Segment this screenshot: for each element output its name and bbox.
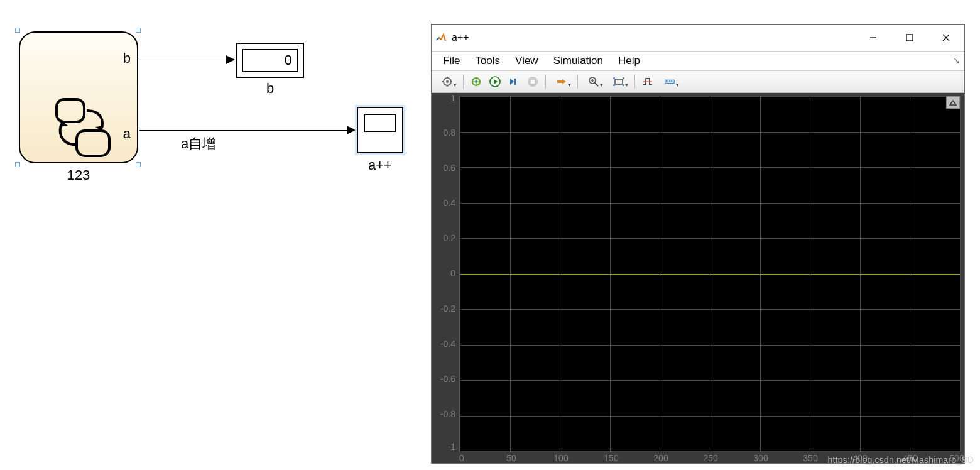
x-tick-label: 150 <box>604 453 618 463</box>
zoom-button[interactable] <box>582 74 606 90</box>
gridline <box>710 96 710 451</box>
y-tick-label: 0.2 <box>432 233 455 243</box>
display-block-b[interactable]: 0 <box>236 43 304 78</box>
y-tick-label: 0.8 <box>432 128 455 138</box>
scope-titlebar[interactable]: a++ <box>432 25 964 52</box>
toolbar-separator <box>545 75 546 89</box>
menu-view[interactable]: View <box>510 52 543 70</box>
gridline <box>610 96 611 451</box>
selection-handle[interactable] <box>136 28 141 33</box>
output-port-a-label: a <box>123 126 131 142</box>
find-signal-button[interactable] <box>467 74 485 90</box>
signal-line-a[interactable] <box>139 130 348 131</box>
scope-block-name[interactable]: a++ <box>357 157 403 173</box>
scope-plot-area[interactable]: 1 0.8 0.6 0.4 0.2 0 -0.2 -0.4 -0.6 -0.8 … <box>432 93 964 463</box>
y-tick-label: -0.2 <box>432 303 455 314</box>
scope-title: a++ <box>452 32 469 43</box>
gridline <box>960 96 961 451</box>
svg-marker-38 <box>950 101 956 105</box>
maximize-button[interactable] <box>891 25 928 51</box>
menu-file[interactable]: File <box>438 52 465 70</box>
x-tick-label: 250 <box>703 453 717 463</box>
x-tick-label: 200 <box>653 453 668 463</box>
gridline <box>560 96 560 451</box>
y-tick-label: -0.6 <box>432 374 455 384</box>
y-tick-label: 0 <box>432 268 455 278</box>
gridline <box>460 96 460 451</box>
toolbar-separator <box>634 75 635 89</box>
scope-window[interactable]: a++ File Tools View Simulation Help ↘ <box>431 24 965 464</box>
expand-axes-button[interactable] <box>946 96 960 109</box>
simulink-canvas[interactable]: b a 123 0 b a自增 a++ <box>0 0 427 470</box>
stateflow-icon <box>50 96 119 165</box>
menu-help[interactable]: Help <box>613 52 645 70</box>
x-tick-label: 350 <box>803 453 817 463</box>
menu-simulation[interactable]: Simulation <box>548 52 608 70</box>
display-value: 0 <box>242 49 298 72</box>
signal-line-b[interactable] <box>139 60 227 60</box>
x-tick-label: 400 <box>852 453 867 463</box>
scope-block-a[interactable] <box>357 107 403 153</box>
matlab-icon <box>435 32 447 43</box>
scope-toolbar <box>432 71 964 93</box>
y-tick-label: -0.4 <box>432 339 455 349</box>
gridline <box>660 96 660 451</box>
step-forward-button[interactable] <box>505 74 523 90</box>
x-tick-label: 0 <box>459 453 464 463</box>
y-tick-label: 0.4 <box>432 198 455 208</box>
scope-axes[interactable] <box>459 96 961 452</box>
measurements-button[interactable] <box>658 74 682 90</box>
close-button[interactable] <box>928 25 964 51</box>
y-tick-label: -1 <box>432 442 455 452</box>
y-tick-label: 0.6 <box>432 163 455 173</box>
autoscale-button[interactable] <box>607 74 631 90</box>
selection-handle[interactable] <box>15 162 20 167</box>
x-tick-label: 450 <box>903 453 917 463</box>
svg-marker-25 <box>562 79 566 84</box>
scope-icon <box>364 114 396 132</box>
x-tick-label: 500 <box>949 453 964 463</box>
x-tick-label: 300 <box>753 453 768 463</box>
selection-handle[interactable] <box>136 162 141 167</box>
svg-rect-0 <box>57 99 84 122</box>
minimize-button[interactable] <box>855 25 891 51</box>
gridline <box>760 96 761 451</box>
toolbar-separator <box>463 75 464 89</box>
y-tick-label: 1 <box>432 93 455 103</box>
gridline <box>510 96 511 451</box>
x-tick-label: 100 <box>553 453 568 463</box>
configure-button[interactable] <box>435 74 459 90</box>
display-block-name[interactable]: b <box>236 80 304 97</box>
stateflow-chart-block[interactable]: b a <box>19 31 138 163</box>
window-controls <box>855 25 964 51</box>
svg-marker-20 <box>510 79 514 85</box>
scope-menubar: File Tools View Simulation Help ↘ <box>432 52 964 71</box>
triggers-button[interactable] <box>639 74 656 90</box>
x-tick-label: 50 <box>506 453 516 463</box>
svg-rect-21 <box>514 79 516 85</box>
signal-arrow-a <box>347 126 356 134</box>
stateflow-block-name[interactable]: 123 <box>19 167 138 183</box>
svg-line-27 <box>595 83 598 86</box>
menubar-expand-icon[interactable]: ↘ <box>953 55 961 65</box>
svg-point-9 <box>446 80 449 83</box>
highlight-signal-button[interactable] <box>550 74 574 90</box>
menu-tools[interactable]: Tools <box>470 52 505 70</box>
gridline <box>460 451 960 452</box>
gridline <box>860 96 861 451</box>
svg-marker-19 <box>494 79 498 84</box>
stop-button[interactable] <box>524 74 542 90</box>
svg-rect-30 <box>615 79 623 84</box>
selection-handle[interactable] <box>15 28 20 33</box>
run-button[interactable] <box>486 74 504 90</box>
svg-rect-23 <box>531 80 535 84</box>
toolbar-separator <box>577 75 578 89</box>
svg-rect-5 <box>906 35 913 41</box>
output-port-b-label: b <box>123 50 131 67</box>
svg-rect-24 <box>557 80 562 83</box>
gridline <box>810 96 810 451</box>
gridline <box>910 96 910 451</box>
svg-rect-1 <box>77 131 109 156</box>
signal-a-label[interactable]: a自增 <box>181 134 216 153</box>
y-tick-label: -0.8 <box>432 409 455 419</box>
